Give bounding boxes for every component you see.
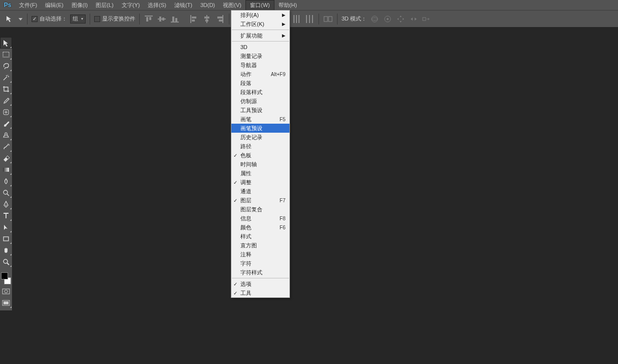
svg-rect-53 — [4, 301, 9, 304]
screen-mode-toggle[interactable] — [0, 297, 12, 308]
window-menu-item[interactable]: 导航器 — [231, 61, 289, 70]
window-menu-item[interactable]: 3D — [231, 43, 289, 52]
move-tool[interactable] — [0, 37, 12, 49]
3d-roll-icon[interactable] — [383, 14, 393, 24]
window-menu-item[interactable]: 段落样式 — [231, 88, 289, 97]
auto-align-icon[interactable] — [323, 14, 333, 24]
align-top-edges-icon[interactable] — [144, 14, 154, 24]
window-menu-item[interactable]: 直方图 — [231, 241, 289, 250]
menu-2[interactable]: 图像(I) — [68, 0, 92, 10]
align-left-edges-icon[interactable] — [189, 14, 199, 24]
3d-pan-icon[interactable] — [396, 14, 406, 24]
magic-wand-tool[interactable] — [0, 72, 12, 83]
blur-tool[interactable] — [0, 175, 12, 187]
zoom-tool[interactable] — [0, 256, 12, 267]
window-menu-item[interactable]: 注释 — [231, 250, 289, 259]
eyedropper-tool[interactable] — [0, 95, 12, 106]
align-vcenter-icon[interactable] — [157, 14, 167, 24]
show-transform-checkbox[interactable]: 显示变换控件 — [94, 15, 135, 23]
type-tool[interactable] — [0, 210, 12, 221]
window-menu-item[interactable]: 字符 — [231, 259, 289, 268]
healing-brush-tool[interactable] — [0, 106, 12, 118]
window-menu-item[interactable]: 颜色F6 — [231, 223, 289, 232]
menu-1[interactable]: 编辑(E) — [41, 0, 68, 10]
menu-10[interactable]: 帮助(H) — [274, 0, 301, 10]
history-brush-tool[interactable] — [0, 141, 12, 152]
gradient-tool[interactable] — [0, 164, 12, 175]
options-bar: 自动选择： 组 ▾ 显示变换控件 3D 模式： — [0, 10, 618, 27]
window-menu-item[interactable]: 测量记录 — [231, 52, 289, 61]
pen-tool[interactable] — [0, 198, 12, 210]
menu-7[interactable]: 3D(D) — [196, 0, 219, 10]
clone-stamp-tool[interactable] — [0, 129, 12, 141]
window-menu-item[interactable]: ✓调整 — [231, 178, 289, 187]
window-menu-item[interactable]: 信息F8 — [231, 214, 289, 223]
dodge-tool[interactable] — [0, 187, 12, 198]
svg-rect-12 — [206, 15, 207, 23]
brush-tool[interactable] — [0, 118, 12, 129]
menu-8[interactable]: 视图(V) — [219, 0, 245, 10]
menubar: Ps 文件(F)编辑(E)图像(I)图层(L)文字(Y)选择(S)滤镜(T)3D… — [0, 0, 618, 10]
window-menu-item[interactable]: 工具预设 — [231, 106, 289, 115]
crop-tool[interactable] — [0, 83, 12, 95]
svg-point-46 — [4, 190, 8, 194]
rectangle-tool[interactable] — [0, 233, 12, 244]
path-selection-tool[interactable] — [0, 221, 12, 233]
menu-5[interactable]: 选择(S) — [144, 0, 170, 10]
align-bottom-edges-icon[interactable] — [170, 14, 180, 24]
svg-rect-16 — [217, 17, 222, 19]
svg-rect-1 — [146, 17, 148, 22]
tool-preset-dropdown-icon[interactable] — [18, 14, 23, 25]
color-swatches[interactable] — [0, 271, 12, 285]
distribute-hcenter-icon[interactable] — [291, 14, 301, 24]
menu-item-label: 工作区(K) — [240, 21, 264, 28]
window-menu-item[interactable]: 工作区(K)▶ — [231, 20, 289, 29]
menu-4[interactable]: 文字(Y) — [118, 0, 144, 10]
3d-orbit-icon[interactable] — [370, 14, 380, 24]
menu-item-label: 颜色 — [240, 224, 251, 231]
window-menu-item[interactable]: ✓工具 — [231, 288, 289, 297]
lasso-tool[interactable] — [0, 60, 12, 72]
menu-6[interactable]: 滤镜(T) — [170, 0, 196, 10]
distribute-right-icon[interactable] — [304, 14, 315, 24]
menu-0[interactable]: 文件(F) — [15, 0, 41, 10]
window-menu-item[interactable]: ✓选项 — [231, 279, 289, 288]
quick-mask-toggle[interactable] — [0, 285, 12, 297]
window-menu-item[interactable]: 扩展功能▶ — [231, 31, 289, 40]
window-menu-item[interactable]: 时间轴 — [231, 160, 289, 169]
window-menu-item[interactable]: 属性 — [231, 169, 289, 178]
foreground-color-swatch[interactable] — [1, 272, 8, 279]
auto-select-checkbox[interactable]: 自动选择： — [32, 15, 67, 23]
window-menu-item[interactable]: 画笔预设 — [231, 124, 289, 133]
align-right-edges-icon[interactable] — [215, 14, 225, 24]
marquee-tool[interactable] — [0, 49, 12, 60]
menu-item-label: 排列(A) — [240, 12, 259, 19]
window-menu-item[interactable]: 排列(A)▶ — [231, 11, 289, 20]
window-menu-item[interactable]: ✓图层F7 — [231, 196, 289, 205]
menu-9[interactable]: 窗口(W) — [245, 0, 274, 10]
3d-scale-icon[interactable] — [422, 14, 432, 24]
align-hcenter-icon[interactable] — [202, 14, 212, 24]
window-menu-item[interactable]: 通道 — [231, 187, 289, 196]
3d-slide-icon[interactable] — [409, 14, 419, 24]
move-tool-icon[interactable] — [4, 14, 15, 25]
eraser-tool[interactable] — [0, 152, 12, 164]
menu-item-label: 属性 — [240, 170, 251, 177]
window-menu-item[interactable]: 段落 — [231, 79, 289, 88]
window-menu-item[interactable]: 仿制源 — [231, 97, 289, 106]
window-menu-item[interactable]: ✓色板 — [231, 151, 289, 160]
window-menu-item[interactable]: 画笔F5 — [231, 115, 289, 124]
menu-item-shortcut: F7 — [279, 198, 285, 203]
svg-rect-9 — [190, 15, 191, 23]
window-menu-item[interactable]: 动作Alt+F9 — [231, 70, 289, 79]
window-menu-item[interactable]: 历史记录 — [231, 133, 289, 142]
hand-tool[interactable] — [0, 244, 12, 256]
svg-rect-4 — [159, 17, 161, 22]
auto-select-dropdown[interactable]: 组 ▾ — [70, 15, 86, 24]
menu-3[interactable]: 图层(L) — [92, 0, 117, 10]
window-menu-item[interactable]: 字符样式 — [231, 268, 289, 277]
window-menu-item[interactable]: 路径 — [231, 142, 289, 151]
svg-rect-6 — [171, 22, 179, 23]
window-menu-item[interactable]: 图层复合 — [231, 205, 289, 214]
window-menu-item[interactable]: 样式 — [231, 232, 289, 241]
